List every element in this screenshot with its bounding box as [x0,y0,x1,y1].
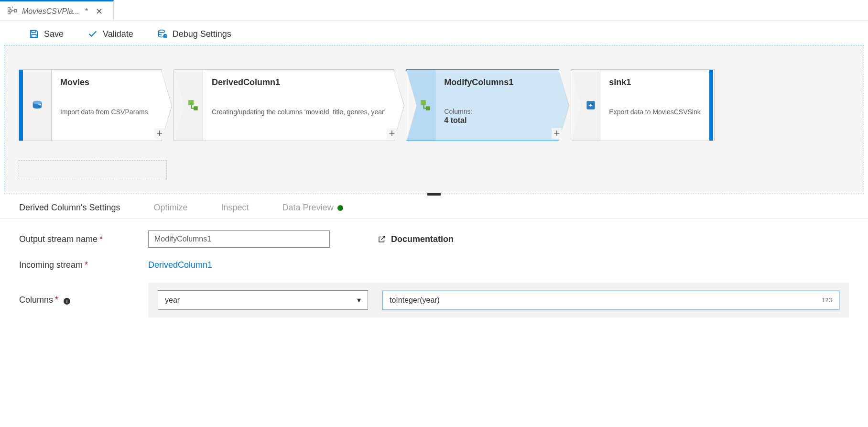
derived-column-icon [174,70,203,141]
node-description: Import data from CSVParams [60,108,148,116]
svg-line-3 [10,9,12,11]
debug-settings-button[interactable]: Debug Settings [157,29,231,39]
tab-bar: MoviesCSVPla... * ✕ [0,0,868,21]
output-stream-input[interactable] [148,230,330,248]
node-title: ModifyColumns1 [444,77,532,88]
node-title: DerivedColumn1 [212,77,385,88]
add-step-button[interactable]: + [387,128,397,139]
external-link-icon [378,235,386,243]
ghost-drop-zone[interactable] [19,160,167,179]
source-icon [23,70,52,141]
dataflow-canvas[interactable]: Movies Import data from CSVParams + Deri… [4,45,864,194]
save-icon [29,29,39,39]
node-subvalue: 4 total [444,116,532,125]
settings-tabs: Derived Column's Settings Optimize Inspe… [0,194,868,219]
svg-rect-1 [8,11,10,14]
dataflow-icon [8,7,17,16]
check-icon [87,29,98,39]
columns-editor: year ▾ toInteger(year) 123 [148,283,849,318]
panel-resize-handle[interactable] [427,193,441,196]
tab-data-preview[interactable]: Data Preview [282,203,343,213]
column-name-select[interactable]: year ▾ [158,290,368,310]
tab-inspect[interactable]: Inspect [221,203,249,213]
save-button[interactable]: Save [29,29,64,39]
node-sublabel: Columns: [444,108,532,115]
svg-point-13 [33,101,42,104]
status-dot-icon [337,205,343,211]
tab-optimize[interactable]: Optimize [154,203,188,213]
column-expression-input[interactable]: toInteger(year) 123 [382,291,839,310]
add-step-button[interactable]: + [552,128,562,139]
output-stream-label: Output stream name* [19,234,129,244]
svg-rect-8 [32,31,35,33]
svg-line-4 [10,11,12,12]
node-title: Movies [60,77,148,88]
close-icon[interactable]: ✕ [93,5,106,18]
node-accent-bar [19,70,23,141]
add-step-button[interactable]: + [154,128,164,139]
tab-modified-indicator: * [85,7,88,16]
svg-rect-0 [8,8,10,10]
derived-column-icon [407,70,435,141]
svg-rect-15 [194,106,198,110]
node-title: sink1 [609,77,700,88]
node-accent-bar [709,70,713,141]
flow-node-derived[interactable]: DerivedColumn1 Creating/updating the col… [174,69,394,141]
svg-rect-2 [14,10,17,12]
file-tab[interactable]: MoviesCSVPla... * ✕ [0,0,114,21]
info-icon[interactable]: i [64,298,70,305]
incoming-stream-link[interactable]: DerivedColumn1 [148,260,212,270]
svg-point-10 [159,30,165,33]
svg-rect-9 [32,34,36,37]
svg-rect-14 [188,100,194,105]
flow-node-source[interactable]: Movies Import data from CSVParams + [19,69,162,141]
settings-panel: Output stream name* Documentation Incomi… [0,219,868,341]
svg-rect-16 [421,100,426,105]
tab-settings[interactable]: Derived Column's Settings [19,203,120,213]
debug-settings-icon [157,29,168,39]
svg-rect-17 [426,106,430,110]
node-description: Creating/updating the columns 'movieId, … [212,108,385,116]
node-description: Export data to MoviesCSVSink [609,108,700,116]
toolbar: Save Validate Debug Settings [0,21,868,45]
chevron-down-icon: ▾ [357,296,361,305]
incoming-stream-label: Incoming stream* [19,260,129,270]
tab-title: MoviesCSVPla... [22,7,79,16]
flow-row: Movies Import data from CSVParams + Deri… [19,69,849,141]
sink-icon [572,70,600,141]
flow-node-sink[interactable]: sink1 Export data to MoviesCSVSink [571,69,715,141]
type-badge: 123 [822,297,832,304]
columns-label: Columns* i [19,295,129,305]
flow-node-modify-selected[interactable]: ModifyColumns1 Columns: 4 total + [406,69,559,141]
validate-button[interactable]: Validate [87,29,133,39]
documentation-link[interactable]: Documentation [378,234,454,244]
